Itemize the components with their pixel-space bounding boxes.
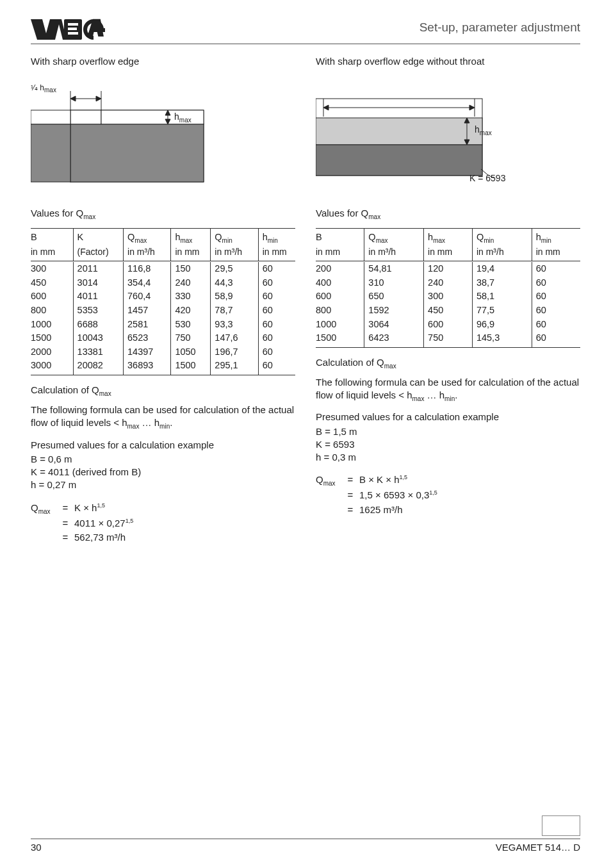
table-cell: 400: [316, 276, 364, 290]
table-cell: 60: [258, 262, 295, 276]
table-cell: 58,1: [472, 290, 532, 304]
th: in m³/h: [472, 245, 532, 261]
th: Qmin: [211, 229, 258, 246]
table-cell: 750: [171, 331, 211, 345]
table-cell: 145,3: [472, 331, 532, 347]
table-cell: 60: [258, 345, 295, 359]
table-cell: 120: [424, 262, 473, 276]
th: B: [31, 229, 73, 246]
table-cell: 36893: [124, 359, 171, 375]
table-row: 300020082368931500295,160: [31, 359, 295, 375]
svg-rect-27: [316, 145, 482, 176]
presume-1r: B = 1,5 m: [316, 425, 580, 438]
table-cell: 750: [424, 331, 473, 347]
values-label-right: Values for Qmax: [316, 208, 580, 220]
table-cell: 44,3: [211, 276, 258, 290]
svg-marker-13: [96, 96, 101, 101]
presume-2r: K = 6593: [316, 438, 580, 451]
presume-title-right: Presumed values for a calculation exampl…: [316, 411, 580, 423]
table-cell: 60: [258, 359, 295, 375]
presume-3r: h = 0,3 m: [316, 451, 580, 464]
table-cell: 295,1: [211, 359, 258, 375]
calc-title-left: Calculation of Qmax: [31, 384, 295, 397]
header-rule: [31, 44, 580, 44]
table-cell: 3064: [364, 318, 424, 332]
table-row: 3002011116,815029,560: [31, 262, 295, 276]
table-cell: 600: [31, 290, 73, 304]
left-title: With sharp overflow edge: [31, 56, 295, 67]
right-diagram: hmax K = 6593: [316, 86, 580, 201]
table-cell: 14397: [124, 345, 171, 359]
th: Qmax: [124, 229, 171, 246]
table-cell: 800: [31, 304, 73, 318]
table-cell: 60: [258, 331, 295, 345]
table-cell: 2000: [31, 345, 73, 359]
table-cell: 2011: [73, 262, 123, 276]
table-cell: 600: [316, 290, 364, 304]
table-cell: 60: [532, 304, 580, 318]
th: in m³/h: [211, 245, 258, 261]
svg-rect-20: [31, 110, 70, 124]
th: hmin: [258, 229, 295, 246]
table-cell: 1500: [31, 331, 73, 345]
table-cell: 760,4: [124, 290, 171, 304]
left-diagram: ¹⁄₄ hmax hmax: [31, 86, 295, 201]
table-cell: 1592: [364, 304, 424, 318]
table-cell: 93,3: [211, 318, 258, 332]
table-cell: 116,8: [124, 262, 171, 276]
svg-rect-26: [316, 118, 482, 145]
table-row: 200013381143971050196,760: [31, 345, 295, 359]
table-cell: 60: [532, 290, 580, 304]
svg-marker-0: [31, 19, 67, 40]
table-cell: 420: [171, 304, 211, 318]
table-cell: 650: [364, 290, 424, 304]
table-cell: 6523: [124, 331, 171, 345]
th: Qmin: [472, 229, 532, 246]
table-cell: 240: [171, 276, 211, 290]
calc-title-right: Calculation of Qmax: [316, 357, 580, 370]
table-cell: 450: [424, 304, 473, 318]
table-cell: 600: [424, 318, 473, 332]
table-cell: 60: [532, 276, 580, 290]
table-cell: 3014: [73, 276, 123, 290]
table-cell: 1457: [124, 304, 171, 318]
table-cell: 147,6: [211, 331, 258, 345]
calc-text-left: The following formula can be used for ca…: [31, 404, 295, 431]
table-row: 1000306460096,960: [316, 318, 580, 332]
formula-left: Qmax = K × h1,5 = 4011 × 0,271,5 = 562,7…: [31, 501, 295, 545]
svg-marker-31: [323, 105, 329, 110]
formula-right: Qmax = B × K × h1,5 = 1,5 × 6593 × 0,31,…: [316, 473, 580, 517]
table-cell: 1050: [171, 345, 211, 359]
table-row: 10006688258153093,360: [31, 318, 295, 332]
table-row: 4503014354,424044,360: [31, 276, 295, 290]
table-cell: 58,9: [211, 290, 258, 304]
table-cell: 6423: [364, 331, 424, 347]
quarter-hmax-label: ¹⁄₄ hmax: [31, 83, 56, 94]
table-cell: 60: [258, 318, 295, 332]
svg-rect-2: [68, 23, 78, 26]
hmax-label-left: hmax: [174, 111, 191, 124]
table-row: 60065030058,160: [316, 290, 580, 304]
table-cell: 60: [532, 318, 580, 332]
table-cell: 2581: [124, 318, 171, 332]
th: in mm: [171, 245, 211, 261]
table-cell: 300: [31, 262, 73, 276]
vega-logo: [31, 18, 108, 41]
table-cell: 196,7: [211, 345, 258, 359]
th: in mm: [532, 245, 580, 261]
table-cell: 1000: [316, 318, 364, 332]
footer-empty-box: [542, 815, 580, 836]
footer-right: VEGAMET 514… D: [496, 842, 580, 853]
table-row: 1500100436523750147,660: [31, 331, 295, 345]
table-row: 15006423750145,360: [316, 331, 580, 347]
table-cell: 20082: [73, 359, 123, 375]
table-cell: 60: [258, 276, 295, 290]
th: in mm: [258, 245, 295, 261]
th: in mm: [424, 245, 473, 261]
table-cell: 330: [171, 290, 211, 304]
table-cell: 60: [258, 304, 295, 318]
svg-rect-19: [70, 124, 204, 182]
table-cell: 60: [532, 331, 580, 347]
table-cell: 6688: [73, 318, 123, 332]
th: Qmax: [364, 229, 424, 246]
